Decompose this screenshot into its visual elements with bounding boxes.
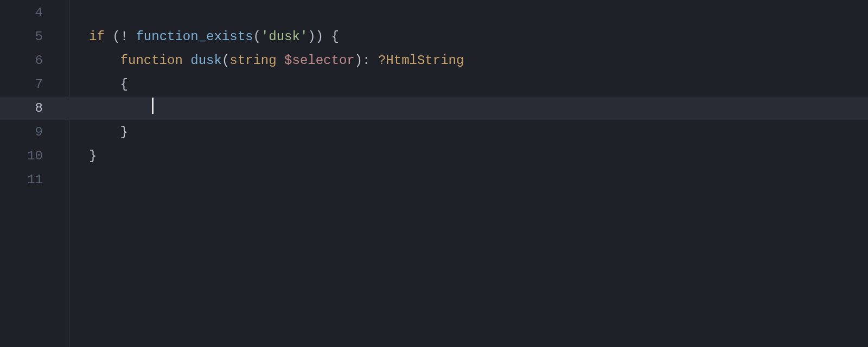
line-number: 7 [0,73,69,97]
code-token: } [89,149,97,163]
code-token: if [89,29,105,44]
code-token: )) [308,29,331,44]
code-token: ?HtmlString [378,53,464,68]
code-line[interactable]: { [89,73,868,97]
line-number: 10 [0,144,69,168]
code-token: { [331,29,339,44]
code-token: { [120,77,128,92]
code-line[interactable] [89,97,868,120]
code-token: ( [253,29,260,44]
line-number: 9 [0,120,69,144]
line-number: 11 [0,168,69,192]
code-token: ( [105,29,120,44]
indent [89,77,120,92]
code-token: } [120,125,128,139]
line-number: 5 [0,25,69,49]
code-area[interactable]: if (! function_exists('dusk')) { functio… [69,0,868,347]
code-line[interactable]: } [89,120,868,144]
line-number: 6 [0,49,69,73]
code-token [183,53,190,68]
code-token: 'dusk' [261,29,308,44]
text-cursor [152,98,154,114]
code-token: function_exists [136,29,253,44]
line-number-gutter: 4567891011 [0,0,69,347]
code-line[interactable] [89,168,868,192]
code-token [277,53,284,68]
code-token: $selector [284,53,355,68]
line-number: 8 [0,97,69,120]
indent [89,53,120,68]
code-line[interactable]: function dusk(string $selector): ?HtmlSt… [89,49,868,73]
line-number: 4 [0,1,69,25]
code-editor[interactable]: 4567891011 if (! function_exists('dusk')… [0,0,868,347]
code-token: ! [120,29,136,44]
code-token: string [229,53,276,68]
indent [89,101,151,115]
indent [89,125,120,139]
code-token: function [120,53,183,68]
code-line[interactable]: if (! function_exists('dusk')) { [89,25,868,49]
code-token: ): [355,53,378,68]
code-token: ( [222,53,229,68]
code-token: dusk [190,53,222,68]
code-line[interactable]: } [89,144,868,168]
code-line[interactable] [89,1,868,25]
